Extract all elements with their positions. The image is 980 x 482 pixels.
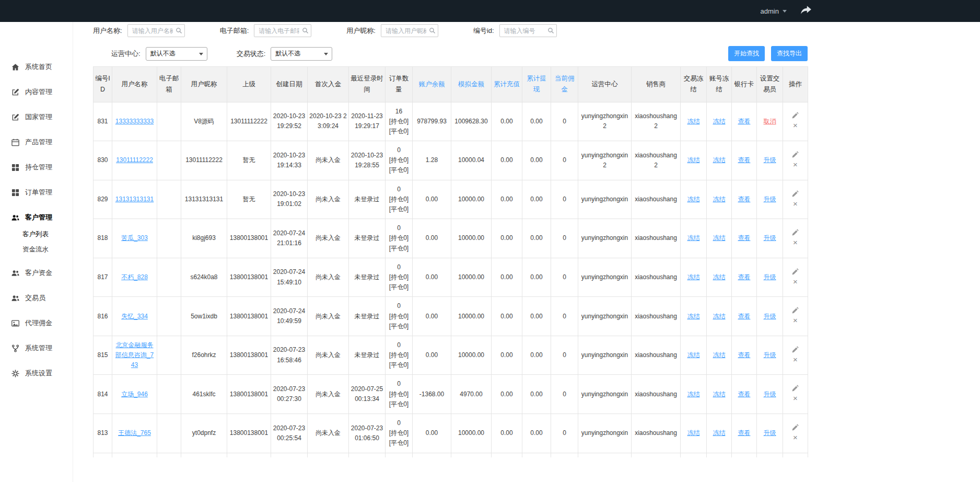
set-trader-link[interactable]: 升级 — [764, 429, 776, 437]
logout-button[interactable] — [800, 5, 812, 17]
trade-freeze-link[interactable]: 冻结 — [687, 196, 700, 203]
cell-last-login: 2020-11-23 19:29:17 — [349, 102, 386, 141]
trade-freeze-link[interactable]: 冻结 — [687, 118, 700, 125]
bank-card-link[interactable]: 查看 — [738, 156, 751, 164]
trade-freeze-link[interactable]: 冻结 — [687, 273, 700, 281]
set-trader-link[interactable]: 升级 — [764, 273, 776, 281]
sidebar-item-home[interactable]: 系统首页 — [0, 54, 73, 79]
edit-icon[interactable] — [785, 112, 806, 121]
username-link[interactable]: 不朽_828 — [121, 273, 148, 281]
cell-operation-center: yunyingzhongxin — [578, 414, 632, 453]
edit-icon[interactable] — [785, 385, 806, 394]
trade-freeze-link[interactable]: 冻结 — [687, 391, 700, 398]
account-freeze-link[interactable]: 冻结 — [713, 391, 726, 398]
set-trader-link[interactable]: 升级 — [764, 391, 776, 398]
sidebar-item-content[interactable]: 内容管理 — [0, 79, 73, 105]
sidebar-item-country[interactable]: 国家管理 — [0, 105, 73, 130]
delete-icon[interactable]: × — [785, 199, 806, 209]
edit-icon[interactable] — [785, 268, 806, 277]
edit-icon[interactable] — [785, 424, 806, 433]
delete-icon[interactable]: × — [785, 355, 806, 365]
account-freeze-link[interactable]: 冻结 — [713, 351, 726, 359]
bank-card-link[interactable]: 查看 — [738, 391, 751, 398]
sidebar-item-settings[interactable]: 系统设置 — [0, 361, 73, 386]
account-freeze-link[interactable]: 冻结 — [713, 196, 726, 203]
username-link[interactable]: 13333333333 — [115, 118, 154, 125]
account-freeze-link[interactable]: 冻结 — [713, 118, 726, 125]
bank-card-link[interactable]: 查看 — [738, 429, 751, 437]
delete-icon[interactable]: × — [785, 394, 806, 404]
username-link[interactable]: 13131313131 — [115, 196, 154, 203]
set-trader-link[interactable]: 升级 — [764, 156, 776, 164]
sidebar-item-trader[interactable]: 交易员 — [0, 285, 73, 311]
account-freeze-link[interactable]: 冻结 — [713, 156, 726, 164]
bank-card-link[interactable]: 查看 — [738, 234, 751, 242]
edit-icon[interactable] — [785, 229, 806, 238]
id-filter-label: 编号id: — [473, 26, 494, 36]
sidebar-item-position[interactable]: 持仓管理 — [0, 155, 73, 180]
cell-total-withdraw: 0.00 — [522, 180, 551, 219]
delete-icon[interactable]: × — [785, 316, 806, 326]
search-button[interactable]: 开始查找 — [728, 46, 765, 61]
trade-freeze-link[interactable]: 冻结 — [687, 351, 700, 359]
column-header[interactable]: 账户余额 — [413, 67, 451, 102]
center-select[interactable]: 默认不选 — [146, 47, 207, 61]
delete-icon[interactable]: × — [785, 277, 806, 287]
trade-freeze-link[interactable]: 冻结 — [687, 313, 700, 320]
sidebar-item-system[interactable]: 系统管理 — [0, 336, 73, 361]
sidebar-item-order[interactable]: 订单管理 — [0, 180, 73, 205]
set-trader-link[interactable]: 升级 — [764, 313, 776, 320]
trade-freeze-link[interactable]: 冻结 — [687, 234, 700, 242]
username-link[interactable]: 王德法_765 — [118, 429, 151, 437]
bank-card-link[interactable]: 查看 — [738, 196, 751, 203]
set-trader-link[interactable]: 升级 — [764, 351, 776, 359]
edit-icon[interactable] — [785, 151, 806, 160]
edit-icon[interactable] — [785, 346, 806, 355]
trade-freeze-link[interactable]: 冻结 — [687, 429, 700, 437]
delete-icon[interactable]: × — [785, 160, 806, 170]
username-link[interactable]: 13011112222 — [116, 156, 153, 164]
sidebar-item-funds[interactable]: 客户资金 — [0, 260, 73, 285]
account-freeze-link[interactable]: 冻结 — [713, 429, 726, 437]
edit-icon[interactable] — [785, 190, 806, 199]
account-freeze-link[interactable]: 冻结 — [713, 273, 726, 281]
cell-demo-amount: 1009628.30 — [451, 102, 492, 141]
cell-first-deposit: 尚未入金 — [308, 219, 349, 258]
delete-icon[interactable]: × — [785, 433, 806, 443]
sidebar-item-commission[interactable]: 代理佣金 — [0, 311, 73, 336]
export-button[interactable]: 查找导出 — [771, 46, 808, 61]
account-freeze-link[interactable]: 冻结 — [713, 234, 726, 242]
column-header[interactable]: 累计充值 — [492, 67, 522, 102]
delete-icon[interactable]: × — [785, 121, 806, 131]
edit-icon[interactable] — [785, 307, 806, 316]
sidebar-subitem[interactable]: 资金流水 — [0, 242, 73, 257]
bank-card-link[interactable]: 查看 — [738, 351, 751, 359]
sidebar-item-customer[interactable]: 客户管理 — [0, 205, 73, 230]
account-freeze-link[interactable]: 冻结 — [713, 313, 726, 320]
set-trader-link[interactable]: 升级 — [764, 234, 776, 242]
set-trader-link[interactable]: 升级 — [764, 196, 776, 203]
column-header[interactable]: 累计提现 — [522, 67, 551, 102]
username-link[interactable]: 立场_946 — [121, 391, 148, 398]
bank-card-link[interactable]: 查看 — [738, 273, 751, 281]
set-trader-link[interactable]: 取消 — [764, 118, 776, 125]
username-link[interactable]: 苦瓜_303 — [121, 234, 148, 242]
username-link[interactable]: 失忆_334 — [121, 313, 148, 320]
username-link[interactable]: 北京金融服务部信息咨询_743 — [115, 341, 154, 369]
chevron-down-icon — [783, 10, 787, 13]
trade-freeze-link[interactable]: 冻结 — [687, 156, 700, 164]
bank-card-link[interactable]: 查看 — [738, 313, 751, 320]
cell-nickname: f26ohrkz — [181, 336, 227, 375]
home-icon — [11, 63, 19, 71]
delete-icon[interactable]: × — [785, 238, 806, 248]
cell-account-freeze: 冻结 — [707, 102, 732, 141]
sidebar-subitem[interactable]: 客户列表 — [0, 227, 73, 242]
cell-order-count: 0[持仓0][平仓0] — [386, 375, 413, 414]
column-header[interactable]: 当前佣金 — [551, 67, 578, 102]
sidebar-item-product[interactable]: 产品管理 — [0, 130, 73, 155]
user-menu[interactable]: admin — [761, 7, 787, 15]
column-header[interactable]: 模拟金额 — [451, 67, 492, 102]
bank-card-link[interactable]: 查看 — [738, 118, 751, 125]
cell-total-recharge: 0.00 — [492, 180, 522, 219]
trade-status-select[interactable]: 默认不选 — [271, 47, 332, 61]
